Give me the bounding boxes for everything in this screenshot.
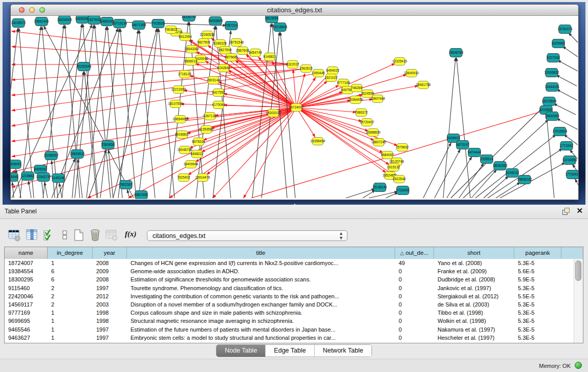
memory-status-icon[interactable] <box>575 362 582 369</box>
graph-node-label: 1990446 <box>312 71 325 75</box>
tab-node-table[interactable]: Node Table <box>216 345 266 357</box>
graph-edge[interactable] <box>558 60 578 71</box>
graph-edge[interactable] <box>562 47 578 57</box>
table-cell: 5.3E-5 <box>514 300 561 309</box>
graph-node-label: 7957224 <box>225 24 238 27</box>
table-cell: 19384554 <box>5 267 48 275</box>
column-header-out_de[interactable]: △out_de... <box>395 247 434 259</box>
graph-edge[interactable] <box>575 179 578 188</box>
graph-edge[interactable] <box>296 85 339 107</box>
graph-edge[interactable] <box>84 72 97 198</box>
graph-node-label: 19654963 <box>173 117 188 121</box>
graph-node-label: 8912954 <box>179 35 192 38</box>
scrollbar-thumb[interactable] <box>575 260 581 281</box>
graph-edge[interactable] <box>251 111 543 198</box>
graph-edge[interactable] <box>456 58 470 198</box>
row-height-icon[interactable] <box>59 229 72 242</box>
table-cell: Hescheler et al. (1997) <box>434 334 514 342</box>
column-chooser-icon[interactable] <box>26 229 39 242</box>
graph-node-label: 12210654 <box>562 158 577 162</box>
graph-edge[interactable] <box>488 149 562 198</box>
column-header-name[interactable]: name <box>5 247 48 259</box>
graph-edge[interactable] <box>127 190 129 198</box>
column-header-pagerank[interactable]: pagerank <box>514 247 561 259</box>
graph-node-label: 10719134 <box>113 21 127 25</box>
tab-edge-table[interactable]: Edge Table <box>266 345 314 357</box>
graph-edge[interactable] <box>118 30 138 198</box>
network-window-titlebar[interactable]: citations_edges.txt <box>11 5 578 16</box>
graph-edge[interactable] <box>29 181 31 198</box>
network-canvas[interactable]: 1872400786012348912954222605389827505165… <box>11 16 578 199</box>
table-cell: 9699695 <box>5 317 48 325</box>
graph-edge[interactable] <box>78 159 82 198</box>
graph-edge[interactable] <box>12 107 296 157</box>
graph-edge[interactable] <box>45 182 48 198</box>
graph-node-label: 18724007 <box>289 105 304 109</box>
graph-edge[interactable] <box>569 33 578 42</box>
graph-edge[interactable] <box>423 143 451 198</box>
table-settings-icon[interactable] <box>8 229 21 242</box>
table-cell: 5.3E-5 <box>514 317 561 325</box>
column-header-in_degree[interactable]: in_degree <box>48 247 93 259</box>
table-row[interactable]: 977716911998Corpus callosum shape and si… <box>5 309 574 317</box>
graph-node-label: 20364456 <box>349 98 363 101</box>
table-row[interactable]: 946362711997Embryonic stem cells: a mode… <box>5 334 574 342</box>
tab-network-table[interactable]: Network Table <box>315 345 372 357</box>
graph-edge[interactable] <box>95 25 111 198</box>
network-graph-svg[interactable]: 1872400786012348912954222605389827505165… <box>11 16 578 199</box>
graph-node-label: 10807484 <box>371 97 385 100</box>
graph-node-label: 14671358 <box>132 23 146 27</box>
close-panel-icon[interactable]: ✕ <box>576 206 583 215</box>
table-row[interactable]: 946554611997Estimation of the future num… <box>5 325 574 334</box>
column-header-year[interactable]: year <box>93 247 127 259</box>
graph-edge[interactable] <box>113 29 157 198</box>
table-row[interactable]: 1872400712008Changes of HCN gene express… <box>5 259 574 267</box>
delete-column-icon <box>105 229 119 242</box>
graph-node-label: 18060350 <box>493 164 508 167</box>
column-header-short[interactable]: short <box>434 247 514 259</box>
table-vertical-scrollbar[interactable] <box>574 259 583 343</box>
graph-edge[interactable] <box>475 135 556 198</box>
graph-edge[interactable] <box>451 105 546 198</box>
graph-edge[interactable] <box>557 90 577 100</box>
graph-edge[interactable] <box>213 107 296 198</box>
graph-edge[interactable] <box>500 163 565 198</box>
graph-edge[interactable] <box>83 24 98 198</box>
graph-edge[interactable] <box>228 71 296 107</box>
graph-edge[interactable] <box>484 177 508 198</box>
graph-edge[interactable] <box>386 192 398 198</box>
table-cell: Genome-wide association studies in ADHD. <box>127 267 395 275</box>
new-table-icon[interactable] <box>73 229 86 242</box>
graph-edge[interactable] <box>443 58 455 198</box>
graph-edge[interactable] <box>434 149 460 198</box>
graph-node-label: 9329966 <box>552 41 565 45</box>
table-cell: 0 <box>395 284 434 292</box>
graph-node-label: 20265057 <box>44 154 59 157</box>
graph-edge[interactable] <box>12 107 296 141</box>
table-row[interactable]: 969969511998Structural magnetic resonanc… <box>5 317 574 325</box>
graph-node-label: 9896013 <box>184 59 198 63</box>
graph-edge[interactable] <box>296 81 327 107</box>
table-row[interactable]: 1830029562008Estimation of significance … <box>5 275 574 283</box>
column-header-title[interactable]: title <box>127 247 395 259</box>
table-cell: 1997 <box>93 334 127 342</box>
delete-table-icon[interactable] <box>89 229 102 242</box>
table-cell: Franke et al. (2009) <box>434 267 514 275</box>
table-row[interactable]: 1938455462009Genome-wide association stu… <box>5 267 574 275</box>
graph-edge[interactable] <box>296 74 305 107</box>
graph-edge[interactable] <box>235 60 296 107</box>
graph-edge[interactable] <box>296 107 315 137</box>
function-builder-icon[interactable]: f(x) <box>125 230 137 238</box>
graph-edge[interactable] <box>556 75 577 86</box>
graph-node-label: 1215682 <box>21 174 34 178</box>
graph-edge[interactable] <box>459 163 484 198</box>
table-cell: 5.3E-5 <box>514 325 561 334</box>
table-toolbar: f(x) citations_edges.txt ▲▼ <box>0 218 588 246</box>
select-columns-icon[interactable] <box>43 229 56 242</box>
float-panel-icon[interactable] <box>562 208 570 215</box>
table-row[interactable]: 911546021997Tourette syndrome. Phenomeno… <box>5 284 574 292</box>
graph-edge[interactable] <box>195 63 296 107</box>
table-select-dropdown[interactable]: citations_edges.txt ▲▼ <box>147 230 347 241</box>
table-row[interactable]: 1456911722003Disruption of a novel membe… <box>5 300 574 309</box>
table-row[interactable]: 2242004622012Investigating the contribut… <box>5 292 574 300</box>
